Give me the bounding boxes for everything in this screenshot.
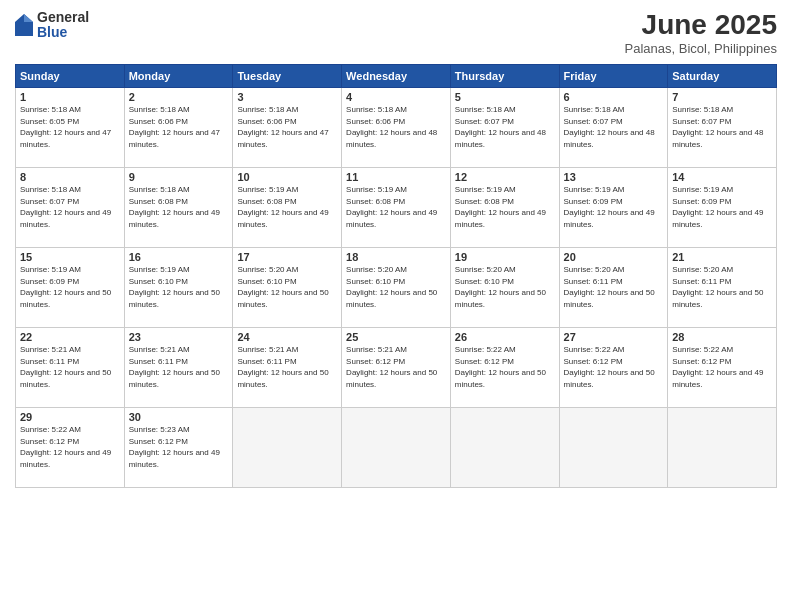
table-row: 20Sunrise: 5:20 AMSunset: 6:11 PMDayligh… [559, 247, 668, 327]
day-info: Sunrise: 5:20 AMSunset: 6:11 PMDaylight:… [672, 265, 763, 309]
page: General Blue June 2025 Palanas, Bicol, P… [0, 0, 792, 612]
day-info: Sunrise: 5:20 AMSunset: 6:10 PMDaylight:… [237, 265, 328, 309]
table-row: 9Sunrise: 5:18 AMSunset: 6:08 PMDaylight… [124, 167, 233, 247]
table-row: 30Sunrise: 5:23 AMSunset: 6:12 PMDayligh… [124, 407, 233, 487]
table-row: 21Sunrise: 5:20 AMSunset: 6:11 PMDayligh… [668, 247, 777, 327]
table-row: 24Sunrise: 5:21 AMSunset: 6:11 PMDayligh… [233, 327, 342, 407]
location-subtitle: Palanas, Bicol, Philippines [625, 41, 777, 56]
logo-icon [15, 14, 33, 36]
day-number: 1 [20, 91, 120, 103]
table-row [342, 407, 451, 487]
day-info: Sunrise: 5:18 AMSunset: 6:06 PMDaylight:… [237, 105, 328, 149]
day-number: 10 [237, 171, 337, 183]
day-number: 16 [129, 251, 229, 263]
day-number: 5 [455, 91, 555, 103]
day-info: Sunrise: 5:19 AMSunset: 6:09 PMDaylight:… [672, 185, 763, 229]
table-row: 11Sunrise: 5:19 AMSunset: 6:08 PMDayligh… [342, 167, 451, 247]
table-row: 1Sunrise: 5:18 AMSunset: 6:05 PMDaylight… [16, 87, 125, 167]
day-number: 21 [672, 251, 772, 263]
logo-text: General Blue [37, 10, 89, 41]
table-row: 29Sunrise: 5:22 AMSunset: 6:12 PMDayligh… [16, 407, 125, 487]
table-row: 23Sunrise: 5:21 AMSunset: 6:11 PMDayligh… [124, 327, 233, 407]
table-row: 26Sunrise: 5:22 AMSunset: 6:12 PMDayligh… [450, 327, 559, 407]
day-info: Sunrise: 5:18 AMSunset: 6:06 PMDaylight:… [129, 105, 220, 149]
col-tuesday: Tuesday [233, 64, 342, 87]
day-info: Sunrise: 5:20 AMSunset: 6:11 PMDaylight:… [564, 265, 655, 309]
day-number: 19 [455, 251, 555, 263]
table-row [450, 407, 559, 487]
day-number: 23 [129, 331, 229, 343]
day-number: 29 [20, 411, 120, 423]
col-friday: Friday [559, 64, 668, 87]
table-row: 10Sunrise: 5:19 AMSunset: 6:08 PMDayligh… [233, 167, 342, 247]
day-info: Sunrise: 5:18 AMSunset: 6:07 PMDaylight:… [455, 105, 546, 149]
day-number: 3 [237, 91, 337, 103]
table-row: 28Sunrise: 5:22 AMSunset: 6:12 PMDayligh… [668, 327, 777, 407]
day-info: Sunrise: 5:18 AMSunset: 6:07 PMDaylight:… [20, 185, 111, 229]
day-number: 4 [346, 91, 446, 103]
day-number: 8 [20, 171, 120, 183]
table-row: 25Sunrise: 5:21 AMSunset: 6:12 PMDayligh… [342, 327, 451, 407]
day-number: 28 [672, 331, 772, 343]
day-info: Sunrise: 5:19 AMSunset: 6:08 PMDaylight:… [455, 185, 546, 229]
table-row: 13Sunrise: 5:19 AMSunset: 6:09 PMDayligh… [559, 167, 668, 247]
day-number: 6 [564, 91, 664, 103]
calendar-week-row: 22Sunrise: 5:21 AMSunset: 6:11 PMDayligh… [16, 327, 777, 407]
day-number: 9 [129, 171, 229, 183]
day-number: 27 [564, 331, 664, 343]
table-row: 12Sunrise: 5:19 AMSunset: 6:08 PMDayligh… [450, 167, 559, 247]
day-number: 17 [237, 251, 337, 263]
day-number: 15 [20, 251, 120, 263]
table-row [233, 407, 342, 487]
title-block: June 2025 Palanas, Bicol, Philippines [625, 10, 777, 56]
col-sunday: Sunday [16, 64, 125, 87]
day-info: Sunrise: 5:19 AMSunset: 6:09 PMDaylight:… [564, 185, 655, 229]
table-row: 27Sunrise: 5:22 AMSunset: 6:12 PMDayligh… [559, 327, 668, 407]
calendar-week-row: 15Sunrise: 5:19 AMSunset: 6:09 PMDayligh… [16, 247, 777, 327]
day-info: Sunrise: 5:20 AMSunset: 6:10 PMDaylight:… [455, 265, 546, 309]
table-row: 8Sunrise: 5:18 AMSunset: 6:07 PMDaylight… [16, 167, 125, 247]
day-number: 14 [672, 171, 772, 183]
day-info: Sunrise: 5:22 AMSunset: 6:12 PMDaylight:… [455, 345, 546, 389]
day-info: Sunrise: 5:19 AMSunset: 6:10 PMDaylight:… [129, 265, 220, 309]
table-row: 16Sunrise: 5:19 AMSunset: 6:10 PMDayligh… [124, 247, 233, 327]
table-row: 3Sunrise: 5:18 AMSunset: 6:06 PMDaylight… [233, 87, 342, 167]
table-row: 7Sunrise: 5:18 AMSunset: 6:07 PMDaylight… [668, 87, 777, 167]
day-info: Sunrise: 5:19 AMSunset: 6:08 PMDaylight:… [346, 185, 437, 229]
header: General Blue June 2025 Palanas, Bicol, P… [15, 10, 777, 56]
day-number: 12 [455, 171, 555, 183]
calendar-week-row: 1Sunrise: 5:18 AMSunset: 6:05 PMDaylight… [16, 87, 777, 167]
day-number: 11 [346, 171, 446, 183]
table-row: 6Sunrise: 5:18 AMSunset: 6:07 PMDaylight… [559, 87, 668, 167]
day-number: 22 [20, 331, 120, 343]
day-info: Sunrise: 5:21 AMSunset: 6:12 PMDaylight:… [346, 345, 437, 389]
logo: General Blue [15, 10, 89, 41]
day-info: Sunrise: 5:23 AMSunset: 6:12 PMDaylight:… [129, 425, 220, 469]
col-monday: Monday [124, 64, 233, 87]
day-number: 20 [564, 251, 664, 263]
day-info: Sunrise: 5:19 AMSunset: 6:08 PMDaylight:… [237, 185, 328, 229]
logo-blue: Blue [37, 25, 89, 40]
calendar-week-row: 29Sunrise: 5:22 AMSunset: 6:12 PMDayligh… [16, 407, 777, 487]
logo-general: General [37, 10, 89, 25]
table-row: 2Sunrise: 5:18 AMSunset: 6:06 PMDaylight… [124, 87, 233, 167]
table-row: 5Sunrise: 5:18 AMSunset: 6:07 PMDaylight… [450, 87, 559, 167]
col-wednesday: Wednesday [342, 64, 451, 87]
day-number: 13 [564, 171, 664, 183]
calendar-week-row: 8Sunrise: 5:18 AMSunset: 6:07 PMDaylight… [16, 167, 777, 247]
day-info: Sunrise: 5:18 AMSunset: 6:08 PMDaylight:… [129, 185, 220, 229]
svg-marker-1 [24, 14, 33, 22]
table-row: 18Sunrise: 5:20 AMSunset: 6:10 PMDayligh… [342, 247, 451, 327]
table-row: 17Sunrise: 5:20 AMSunset: 6:10 PMDayligh… [233, 247, 342, 327]
day-info: Sunrise: 5:18 AMSunset: 6:07 PMDaylight:… [672, 105, 763, 149]
calendar-body: 1Sunrise: 5:18 AMSunset: 6:05 PMDaylight… [16, 87, 777, 487]
day-info: Sunrise: 5:18 AMSunset: 6:05 PMDaylight:… [20, 105, 111, 149]
day-info: Sunrise: 5:21 AMSunset: 6:11 PMDaylight:… [20, 345, 111, 389]
day-number: 2 [129, 91, 229, 103]
day-info: Sunrise: 5:22 AMSunset: 6:12 PMDaylight:… [564, 345, 655, 389]
table-row: 22Sunrise: 5:21 AMSunset: 6:11 PMDayligh… [16, 327, 125, 407]
day-info: Sunrise: 5:20 AMSunset: 6:10 PMDaylight:… [346, 265, 437, 309]
day-info: Sunrise: 5:18 AMSunset: 6:06 PMDaylight:… [346, 105, 437, 149]
calendar-header-row: Sunday Monday Tuesday Wednesday Thursday… [16, 64, 777, 87]
table-row: 14Sunrise: 5:19 AMSunset: 6:09 PMDayligh… [668, 167, 777, 247]
